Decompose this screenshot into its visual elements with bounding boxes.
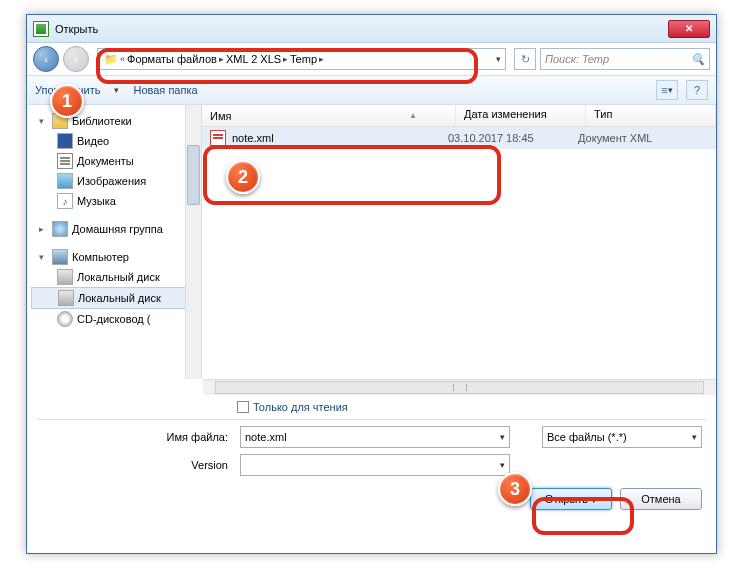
callout-2: 2 — [226, 160, 260, 194]
chevron-down-icon[interactable]: ▾ — [114, 85, 119, 95]
callout-1: 1 — [50, 84, 84, 118]
drive-icon — [58, 290, 74, 306]
video-icon — [57, 133, 73, 149]
forward-button[interactable]: › — [63, 46, 89, 72]
nav-row: ‹ › 📁 « Форматы файлов▸ XML 2 XLS▸ Temp▸… — [27, 43, 716, 75]
help-icon: ? — [694, 84, 700, 96]
open-dialog: Открыть ✕ ‹ › 📁 « Форматы файлов▸ XML 2 … — [26, 14, 717, 554]
filter-combo[interactable]: Все файлы (*.*)▾ — [542, 426, 702, 448]
sort-asc-icon: ▲ — [409, 111, 417, 120]
tree-cd[interactable]: CD-дисковод ( — [31, 309, 197, 329]
tree-scrollbar[interactable] — [185, 105, 201, 379]
callout-3: 3 — [498, 472, 532, 506]
filename-input[interactable]: note.xml▾ — [240, 426, 510, 448]
button-row: Открыть ▾ Отмена — [27, 482, 716, 520]
crumb-1[interactable]: XML 2 XLS — [224, 53, 283, 65]
tree-homegroup[interactable]: ▸Домашняя группа — [31, 219, 197, 239]
body: ▾Библиотеки Видео Документы Изображения … — [27, 105, 716, 379]
window-title: Открыть — [55, 23, 668, 35]
toolbar: Упорядочить▾ Новая папка ≡ ▾ ? — [27, 75, 716, 105]
tree-computer[interactable]: ▾Компьютер — [31, 247, 197, 267]
column-headers: Имя▲ Дата изменения Тип — [202, 105, 716, 127]
chevron-down-icon[interactable]: ▾ — [500, 432, 505, 442]
file-date: 03.10.2017 18:45 — [448, 132, 578, 144]
music-icon — [57, 193, 73, 209]
tree-images[interactable]: Изображения — [31, 171, 197, 191]
cancel-button[interactable]: Отмена — [620, 488, 702, 510]
tree-panel: ▾Библиотеки Видео Документы Изображения … — [27, 105, 202, 379]
new-folder-button[interactable]: Новая папка — [133, 84, 197, 96]
crumb-2[interactable]: Temp — [288, 53, 319, 65]
chevron-down-icon[interactable]: ▾ — [692, 432, 697, 442]
chevron-left-icon: ‹ — [44, 53, 48, 65]
version-label: Version — [124, 459, 234, 471]
chevron-down-icon: ▾ — [591, 493, 597, 506]
help-button[interactable]: ? — [686, 80, 708, 100]
scrollbar-thumb[interactable] — [187, 145, 200, 205]
file-name: note.xml — [232, 132, 448, 144]
open-button[interactable]: Открыть ▾ — [530, 488, 612, 510]
file-pane: Имя▲ Дата изменения Тип note.xml 03.10.2… — [202, 105, 716, 379]
filename-label: Имя файла: — [124, 431, 234, 443]
chevron-right-icon: ▸ — [319, 54, 324, 64]
view-button[interactable]: ≡ ▾ — [656, 80, 678, 100]
cd-icon — [57, 311, 73, 327]
bottom-form: Имя файла: note.xml▾ Все файлы (*.*)▾ Ve… — [27, 420, 716, 482]
tree-drive-2[interactable]: Локальный диск — [31, 287, 197, 309]
crumb-0[interactable]: Форматы файлов — [125, 53, 219, 65]
search-input[interactable]: Поиск: Temp 🔍 — [540, 48, 710, 70]
refresh-icon: ↻ — [521, 53, 530, 66]
computer-icon — [52, 249, 68, 265]
col-name[interactable]: Имя▲ — [202, 105, 456, 126]
folder-icon: 📁 — [102, 53, 120, 66]
titlebar: Открыть ✕ — [27, 15, 716, 43]
back-button[interactable]: ‹ — [33, 46, 59, 72]
readonly-row: Только для чтения — [27, 395, 716, 419]
search-icon: 🔍 — [691, 53, 705, 66]
tree-video[interactable]: Видео — [31, 131, 197, 151]
file-type: Документ XML — [578, 132, 708, 144]
app-icon — [33, 21, 49, 37]
col-type[interactable]: Тип — [586, 105, 716, 126]
chevron-down-icon[interactable]: ▾ — [500, 460, 505, 470]
xml-file-icon — [210, 130, 226, 146]
readonly-label: Только для чтения — [253, 401, 348, 413]
close-button[interactable]: ✕ — [668, 20, 710, 38]
chevron-right-icon: › — [74, 53, 78, 65]
breadcrumb[interactable]: 📁 « Форматы файлов▸ XML 2 XLS▸ Temp▸ ▾ — [97, 48, 506, 70]
homegroup-icon — [52, 221, 68, 237]
drive-icon — [57, 269, 73, 285]
version-combo[interactable]: ▾ — [240, 454, 510, 476]
image-icon — [57, 173, 73, 189]
document-icon — [57, 153, 73, 169]
scrollbar-thumb[interactable] — [215, 381, 704, 394]
horizontal-scrollbar[interactable] — [203, 379, 716, 395]
chevron-down-icon: ▾ — [668, 85, 673, 95]
chevron-down-icon[interactable]: ▾ — [496, 54, 501, 64]
tree-music[interactable]: Музыка — [31, 191, 197, 211]
col-date[interactable]: Дата изменения — [456, 105, 586, 126]
readonly-checkbox[interactable] — [237, 401, 249, 413]
tree-documents[interactable]: Документы — [31, 151, 197, 171]
refresh-button[interactable]: ↻ — [514, 48, 536, 70]
file-row[interactable]: note.xml 03.10.2017 18:45 Документ XML — [202, 127, 716, 149]
tree-drive-1[interactable]: Локальный диск — [31, 267, 197, 287]
search-placeholder: Поиск: Temp — [545, 53, 609, 65]
